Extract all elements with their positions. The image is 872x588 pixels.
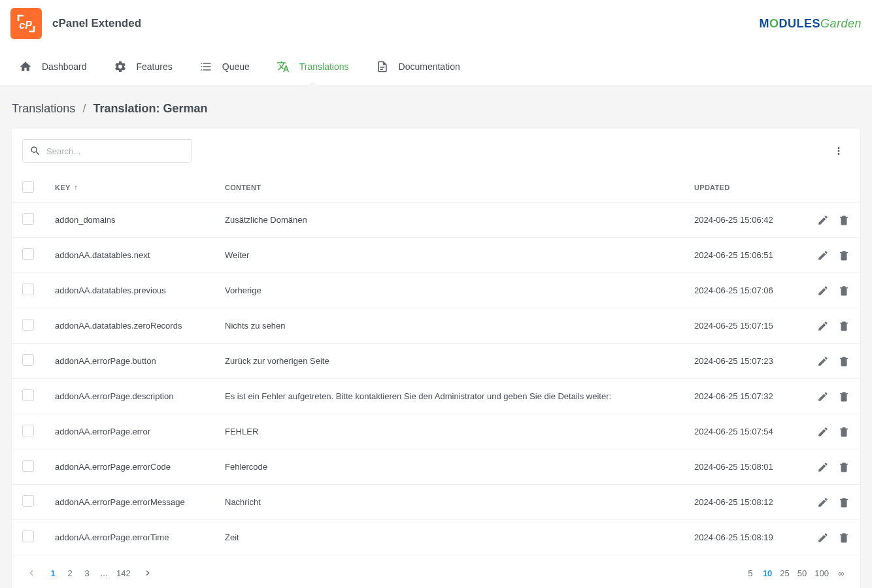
cell-updated: 2024-06-25 15:07:15 — [694, 321, 773, 331]
row-checkbox[interactable] — [22, 284, 34, 295]
search-wrap — [22, 139, 192, 163]
row-checkbox[interactable] — [22, 495, 34, 507]
nav-dashboard-label: Dashboard — [42, 61, 87, 72]
nav-translations-label: Translations — [299, 61, 349, 72]
nav-queue[interactable]: Queue — [186, 48, 263, 86]
edit-button[interactable] — [817, 391, 829, 402]
cell-content: Es ist ein Fehler aufgetreten. Bitte kon… — [225, 391, 611, 401]
row-checkbox[interactable] — [22, 389, 34, 401]
table-row: addonAA.datatables.nextWeiter2024-06-25 … — [12, 238, 860, 273]
cell-updated: 2024-06-25 15:06:42 — [694, 215, 773, 225]
edit-button[interactable] — [817, 426, 829, 438]
row-checkbox[interactable] — [22, 248, 34, 260]
nav-queue-label: Queue — [222, 61, 250, 72]
cell-updated: 2024-06-25 15:07:54 — [694, 427, 773, 436]
delete-button[interactable] — [838, 320, 850, 332]
edit-button[interactable] — [817, 285, 829, 297]
cell-key: addonAA.errorPage.errorTime — [55, 532, 169, 542]
cell-key: addonAA.errorPage.error — [55, 427, 150, 436]
table-row: addonAA.errorPage.errorCodeFehlercode202… — [12, 449, 860, 485]
translate-icon — [276, 59, 290, 74]
page-ellipsis: ... — [95, 564, 112, 581]
edit-button[interactable] — [817, 320, 829, 332]
nav-documentation-label: Documentation — [399, 61, 460, 72]
row-checkbox[interactable] — [22, 354, 34, 366]
cell-updated: 2024-06-25 15:08:19 — [694, 532, 773, 542]
page-button[interactable]: 2 — [61, 564, 78, 581]
col-header-content[interactable]: CONTENT — [214, 173, 684, 203]
page-size-option[interactable]: 50 — [794, 564, 811, 581]
page-size-option[interactable]: ∞ — [833, 564, 850, 581]
edit-button[interactable] — [817, 461, 829, 473]
edit-button[interactable] — [817, 250, 829, 261]
cell-key: addonAA.datatables.previous — [55, 286, 166, 295]
breadcrumb-root[interactable]: Translations — [12, 102, 75, 115]
delete-button[interactable] — [838, 285, 850, 297]
row-checkbox[interactable] — [22, 460, 34, 472]
sort-asc-icon: ↑ — [74, 183, 78, 192]
more-menu-button[interactable] — [828, 142, 850, 159]
page-button[interactable]: 3 — [78, 564, 95, 581]
page-size-option[interactable]: 25 — [776, 564, 793, 581]
col-header-key[interactable]: KEY ↑ — [44, 173, 214, 203]
cell-updated: 2024-06-25 15:08:01 — [694, 462, 773, 472]
table-row: addonAA.errorPage.errorTimeZeit2024-06-2… — [12, 520, 860, 555]
row-checkbox[interactable] — [22, 319, 34, 331]
delete-button[interactable] — [838, 426, 850, 438]
nav: Dashboard Features Queue Translations Do… — [0, 48, 872, 86]
cell-updated: 2024-06-25 15:08:12 — [694, 497, 773, 507]
nav-dashboard[interactable]: Dashboard — [5, 48, 100, 86]
breadcrumb-current: Translation: German — [93, 102, 207, 115]
header: cP cPanel Extended MODULESGarden — [0, 0, 872, 48]
breadcrumb: Translations / Translation: German — [0, 86, 872, 123]
delete-button[interactable] — [838, 391, 850, 402]
table-row: addonAA.errorPage.descriptionEs ist ein … — [12, 379, 860, 414]
cell-updated: 2024-06-25 15:07:32 — [694, 391, 773, 401]
nav-documentation[interactable]: Documentation — [362, 48, 473, 86]
translations-table: KEY ↑ CONTENT UPDATED addon_domainsZusät… — [12, 173, 860, 555]
row-checkbox[interactable] — [22, 531, 34, 542]
edit-button[interactable] — [817, 355, 829, 367]
document-icon — [375, 59, 390, 74]
page-size-option[interactable]: 10 — [759, 564, 776, 581]
svg-text:cP: cP — [19, 20, 32, 31]
delete-button[interactable] — [838, 497, 850, 508]
page-prev-button[interactable] — [22, 564, 41, 581]
cell-key: addon_domains — [55, 215, 116, 225]
nav-translations[interactable]: Translations — [263, 48, 362, 86]
edit-button[interactable] — [817, 214, 829, 226]
delete-button[interactable] — [838, 355, 850, 367]
delete-button[interactable] — [838, 532, 850, 544]
page-button[interactable]: 1 — [44, 564, 61, 581]
page-next-button[interactable] — [139, 564, 157, 581]
table-row: addonAA.datatables.previousVorherige2024… — [12, 273, 860, 308]
delete-button[interactable] — [838, 214, 850, 226]
edit-button[interactable] — [817, 497, 829, 508]
search-input[interactable] — [46, 146, 185, 156]
col-header-updated[interactable]: UPDATED — [684, 173, 801, 203]
cell-content: Vorherige — [225, 286, 261, 295]
pagination: 123...142 — [22, 564, 157, 581]
row-checkbox[interactable] — [22, 425, 34, 436]
table-row: addonAA.errorPage.errorFEHLER2024-06-25 … — [12, 414, 860, 449]
cell-content: Fehlercode — [225, 462, 267, 472]
cell-key: addonAA.datatables.zeroRecords — [55, 321, 182, 331]
search-icon — [29, 145, 41, 157]
cell-content: Nichts zu sehen — [225, 321, 286, 331]
nav-features[interactable]: Features — [100, 48, 186, 86]
delete-button[interactable] — [838, 250, 850, 261]
row-checkbox[interactable] — [22, 213, 34, 225]
page-size-option[interactable]: 5 — [742, 564, 759, 581]
cell-key: addonAA.errorPage.errorMessage — [55, 497, 185, 507]
edit-button[interactable] — [817, 532, 829, 544]
table-row: addonAA.errorPage.errorMessageNachricht2… — [12, 485, 860, 520]
page-size-option[interactable]: 100 — [811, 564, 833, 581]
list-icon — [199, 59, 213, 74]
select-all-checkbox[interactable] — [22, 181, 34, 193]
table-footer: 123...142 5102550100∞ — [12, 555, 860, 588]
delete-button[interactable] — [838, 461, 850, 473]
page-sizes: 5102550100∞ — [742, 564, 850, 581]
page-button[interactable]: 142 — [112, 564, 135, 581]
table-row: addonAA.errorPage.buttonZurück zur vorhe… — [12, 344, 860, 379]
gear-icon — [113, 59, 127, 74]
